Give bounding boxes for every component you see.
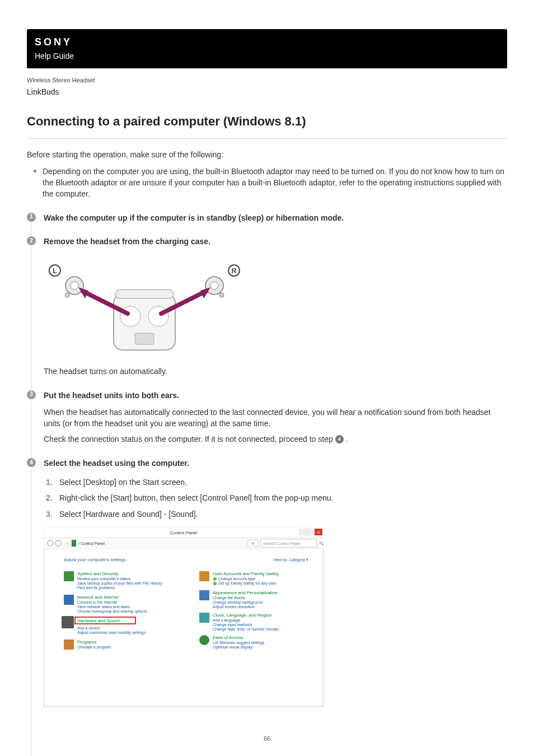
svg-text:Choose homegroup and sharing o: Choose homegroup and sharing options bbox=[77, 609, 147, 614]
svg-rect-18 bbox=[307, 529, 315, 535]
svg-rect-35 bbox=[64, 595, 74, 605]
product-name: LinkBuds bbox=[27, 86, 507, 97]
svg-rect-6 bbox=[135, 333, 154, 344]
svg-rect-40 bbox=[62, 616, 74, 628]
svg-text:View network status and tasks: View network status and tasks bbox=[77, 605, 130, 609]
svg-text:×: × bbox=[317, 530, 320, 535]
svg-text:Connect to the Internet: Connect to the Internet bbox=[77, 600, 117, 604]
svg-text:Find and fix problems: Find and fix problems bbox=[77, 586, 115, 590]
svg-text:Network and Internet: Network and Internet bbox=[77, 595, 119, 600]
svg-text:Let Windows suggest settings: Let Windows suggest settings bbox=[213, 641, 265, 645]
svg-text:User Accounts and Family Safet: User Accounts and Family Safety bbox=[213, 571, 279, 576]
svg-text:Clock, Language, and Region: Clock, Language, and Region bbox=[213, 613, 271, 618]
step-marker: 4 bbox=[27, 458, 44, 707]
note-item: Depending on the computer you are using,… bbox=[43, 166, 507, 200]
help-guide-label: Help Guide bbox=[35, 50, 507, 62]
svg-text:Ease of Access: Ease of Access bbox=[213, 635, 243, 640]
step-marker: 1 bbox=[27, 212, 44, 223]
step-number-badge: 3 bbox=[27, 390, 36, 399]
step-title: Select the headset using the computer. bbox=[44, 458, 507, 469]
step-2-note: The headset turns on automatically. bbox=[44, 366, 507, 377]
right-label: R bbox=[232, 267, 237, 275]
step-title: Wake the computer up if the computer is … bbox=[44, 212, 507, 223]
svg-rect-48 bbox=[199, 571, 209, 581]
cp-window-title: Control Panel bbox=[170, 530, 198, 535]
svg-text:Change input methods: Change input methods bbox=[213, 623, 252, 627]
svg-text:Programs: Programs bbox=[77, 640, 97, 645]
substep-3: Select [Hardware and Sound] - [Sound]. bbox=[59, 506, 507, 522]
cp-view-by: View by: Category ▾ bbox=[273, 558, 308, 562]
svg-point-11 bbox=[210, 282, 218, 290]
svg-text:Save backup copies of your fil: Save backup copies of your files with Fi… bbox=[77, 581, 162, 586]
svg-text:↑: ↑ bbox=[66, 542, 68, 545]
cp-adjust-label: Adjust your computer's settings bbox=[64, 557, 126, 562]
svg-text:Set up Family Safety for any u: Set up Family Safety for any user bbox=[218, 581, 277, 586]
svg-text:Change account type: Change account type bbox=[218, 577, 255, 581]
step-2: 2 Remove the headset from the charging c… bbox=[27, 236, 507, 377]
control-panel-screenshot: Control Panel × ↑ › Control Panel ⟳ bbox=[44, 528, 507, 707]
step-marker: 2 bbox=[27, 236, 44, 377]
cp-breadcrumb: › Control Panel bbox=[78, 542, 105, 545]
cp-search-placeholder: Search Control Panel bbox=[263, 542, 301, 545]
page-title: Connecting to a paired computer (Windows… bbox=[27, 113, 507, 139]
svg-text:Change date, time, or number f: Change date, time, or number formats bbox=[213, 627, 279, 632]
product-info: Wireless Stereo Headset LinkBuds bbox=[27, 76, 507, 97]
svg-point-12 bbox=[219, 293, 224, 297]
left-earbud bbox=[65, 277, 83, 297]
right-earbud bbox=[205, 277, 224, 297]
svg-rect-3 bbox=[115, 290, 174, 298]
step-number-badge: 2 bbox=[27, 236, 36, 245]
svg-point-53 bbox=[213, 582, 217, 585]
svg-rect-45 bbox=[64, 640, 74, 650]
step-title: Remove the headset from the charging cas… bbox=[44, 236, 507, 247]
svg-text:System and Security: System and Security bbox=[77, 571, 118, 576]
svg-text:Appearance and Personalization: Appearance and Personalization bbox=[213, 590, 278, 595]
sony-logo: SONY bbox=[35, 35, 507, 49]
step-3-p1: When the headset has automatically conne… bbox=[44, 407, 507, 430]
step-number-badge: 4 bbox=[27, 458, 36, 467]
svg-text:Hardware and Sound: Hardware and Sound bbox=[77, 618, 120, 623]
svg-point-8 bbox=[71, 282, 78, 290]
svg-rect-30 bbox=[64, 571, 74, 581]
svg-text:Review your computer's status: Review your computer's status bbox=[77, 577, 131, 581]
svg-text:⟳: ⟳ bbox=[251, 542, 255, 545]
step-title: Put the headset units into both ears. bbox=[44, 390, 507, 401]
svg-rect-17 bbox=[299, 529, 307, 535]
earbud-illustration: L R bbox=[44, 255, 507, 361]
substep-list: Select [Desktop] on the Start screen. Ri… bbox=[44, 474, 507, 522]
note-list: Depending on the computer you are using,… bbox=[27, 166, 507, 200]
svg-text:Adjust screen resolution: Adjust screen resolution bbox=[213, 605, 255, 609]
svg-text:Change the theme: Change the theme bbox=[213, 596, 245, 600]
step-marker: 3 bbox=[27, 390, 44, 445]
substep-2: Right-click the [Start] button, then sel… bbox=[59, 490, 507, 506]
step-1: 1 Wake the computer up if the computer i… bbox=[27, 212, 507, 223]
left-label: L bbox=[53, 267, 57, 275]
step-3-p2: Check the connection status on the compu… bbox=[44, 433, 507, 445]
svg-text:Adjust commonly used mobility : Adjust commonly used mobility settings bbox=[77, 631, 146, 635]
step-4: 4 Select the headset using the computer.… bbox=[27, 458, 507, 707]
step-ref-badge: 4 bbox=[335, 435, 344, 444]
step-3: 3 Put the headset units into both ears. … bbox=[27, 390, 507, 445]
svg-text:Uninstall a program: Uninstall a program bbox=[77, 645, 111, 650]
svg-rect-25 bbox=[72, 540, 76, 547]
svg-rect-54 bbox=[199, 590, 209, 600]
page-number: 66 bbox=[27, 735, 507, 744]
svg-point-52 bbox=[213, 577, 217, 581]
brand-header: SONY Help Guide bbox=[27, 29, 507, 68]
product-type: Wireless Stereo Headset bbox=[27, 76, 507, 85]
svg-text:🔍: 🔍 bbox=[319, 541, 324, 546]
svg-rect-59 bbox=[199, 613, 209, 623]
step-number-badge: 1 bbox=[27, 213, 36, 222]
svg-text:Add a language: Add a language bbox=[213, 618, 240, 623]
intro-text: Before starting the operation, make sure… bbox=[27, 149, 507, 160]
svg-text:Change desktop background: Change desktop background bbox=[213, 600, 263, 605]
svg-point-9 bbox=[65, 293, 69, 297]
substep-1: Select [Desktop] on the Start screen. bbox=[59, 474, 507, 490]
svg-point-64 bbox=[199, 635, 209, 645]
svg-text:Add a device: Add a device bbox=[77, 626, 100, 630]
svg-text:Optimize visual display: Optimize visual display bbox=[213, 645, 253, 650]
